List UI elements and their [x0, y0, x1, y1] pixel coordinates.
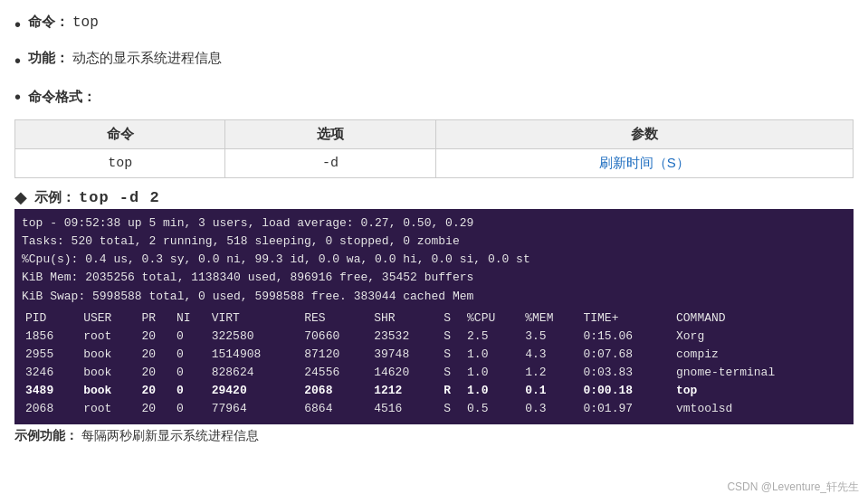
- section-format: • 命令格式： 命令 选项 参数 top -d 刷新时间（S）: [14, 83, 854, 178]
- col-cpu: %CPU: [463, 309, 521, 328]
- terminal-line-3: %Cpu(s): 0.4 us, 0.3 sy, 0.0 ni, 99.3 id…: [22, 251, 846, 269]
- example-section: ◆ 示例： top -d 2: [14, 187, 854, 207]
- bullet-1: •: [14, 11, 21, 38]
- col-user: USER: [80, 309, 138, 328]
- terminal-col-headers: PID USER PR NI VIRT RES SHR S %CPU %MEM …: [22, 309, 846, 419]
- col-time: TIME+: [579, 309, 672, 328]
- terminal-line-5: KiB Swap: 5998588 total, 0 used, 5998588…: [22, 288, 846, 306]
- diamond-icon: ◆: [14, 187, 27, 207]
- process-list: 1856root2003225807066023532S2.53.50:15.0…: [22, 328, 846, 419]
- command-table: 命令 选项 参数 top -d 刷新时间（S）: [14, 119, 854, 178]
- col-header-option: 选项: [225, 120, 435, 149]
- example-note: 示例功能：每隔两秒刷新显示系统进程信息: [14, 428, 854, 444]
- col-s: S: [440, 309, 463, 328]
- col-pid: PID: [22, 309, 80, 328]
- example-label: 示例：: [34, 189, 75, 206]
- col-header-command: 命令: [15, 120, 225, 149]
- col-command: COMMAND: [672, 309, 846, 328]
- function-value: 动态的显示系统进程信息: [72, 50, 222, 65]
- command-value: top: [72, 14, 99, 31]
- format-label: 命令格式：: [28, 89, 96, 106]
- bullet-3: •: [14, 83, 21, 110]
- col-header-param: 参数: [435, 120, 853, 149]
- terminal-line-2: Tasks: 520 total, 2 running, 518 sleepin…: [22, 233, 846, 251]
- terminal-line-4: KiB Mem: 2035256 total, 1138340 used, 89…: [22, 269, 846, 287]
- command-table-wrapper: 命令 选项 参数 top -d 刷新时间（S）: [14, 116, 854, 178]
- watermark: CSDN @Leventure_轩先生: [727, 480, 859, 495]
- process-row: 3489book2002942020681212R1.00.10:00.18to…: [22, 382, 846, 400]
- process-row: 2955book20015149088712039748S1.04.30:07.…: [22, 346, 846, 364]
- process-row: 2068root2007796468644516S0.50.30:01.97vm…: [22, 400, 846, 418]
- process-row: 1856root2003225807066023532S2.53.50:15.0…: [22, 328, 846, 346]
- process-header-row: PID USER PR NI VIRT RES SHR S %CPU %MEM …: [22, 309, 846, 328]
- example-command: top -d 2: [79, 189, 160, 206]
- col-shr: SHR: [370, 309, 440, 328]
- cell-cmd: top: [15, 149, 225, 178]
- table-row: top -d 刷新时间（S）: [15, 149, 854, 178]
- col-res: RES: [300, 309, 370, 328]
- section-function: • 功能：动态的显示系统进程信息: [14, 47, 854, 74]
- col-pr: PR: [138, 309, 173, 328]
- cell-opt: -d: [225, 149, 435, 178]
- command-content: 命令：top: [28, 11, 99, 35]
- terminal-line-1: top - 09:52:38 up 5 min, 3 users, load a…: [22, 214, 846, 233]
- command-label: 命令：: [28, 14, 69, 29]
- col-mem: %MEM: [521, 309, 579, 328]
- function-label: 功能：: [28, 50, 69, 65]
- process-row: 3246book2008286242455614620S1.01.20:03.8…: [22, 364, 846, 382]
- function-content: 功能：动态的显示系统进程信息: [28, 47, 222, 69]
- note-text: 每隔两秒刷新显示系统进程信息: [81, 428, 259, 442]
- col-virt: VIRT: [208, 309, 301, 328]
- note-label: 示例功能：: [14, 428, 78, 442]
- bullet-2: •: [14, 47, 21, 74]
- cell-param: 刷新时间（S）: [435, 149, 853, 178]
- table-header-row: 命令 选项 参数: [15, 120, 854, 149]
- terminal-output: top - 09:52:38 up 5 min, 3 users, load a…: [14, 209, 854, 424]
- process-table: PID USER PR NI VIRT RES SHR S %CPU %MEM …: [22, 309, 846, 419]
- col-ni: NI: [173, 309, 208, 328]
- section-command: • 命令：top: [14, 11, 854, 38]
